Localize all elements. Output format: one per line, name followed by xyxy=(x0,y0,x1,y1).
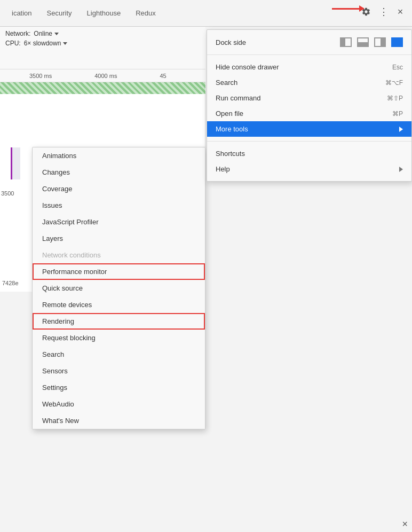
more-options-icon[interactable]: ⋮ xyxy=(376,4,391,19)
top-right-controls: ⋮ × xyxy=(359,4,408,19)
performance-toolbar: Network: Online CPU: 6× slowdown xyxy=(0,27,205,69)
menu-item-whats-new[interactable]: What's New xyxy=(33,412,205,429)
menu-item-layers[interactable]: Layers xyxy=(33,230,205,247)
network-dropdown[interactable]: Online xyxy=(34,30,59,37)
menu-item-js-profiler[interactable]: JavaScript Profiler xyxy=(33,214,205,230)
menu-item-request-blocking[interactable]: Request blocking xyxy=(33,330,205,346)
search-shortcut: ⌘⌥F xyxy=(385,79,403,87)
cpu-label: CPU: xyxy=(5,40,21,47)
menu-item-sensors[interactable]: Sensors xyxy=(33,363,205,379)
gear-help[interactable]: Help xyxy=(207,161,411,177)
dock-side-section: Dock side xyxy=(207,30,411,55)
dock-side-row: Dock side xyxy=(207,34,411,50)
timeline-green-stripe xyxy=(0,82,205,94)
timestamp-1: 3500 ms xyxy=(29,73,52,79)
menu-item-changes[interactable]: Changes xyxy=(33,164,205,181)
gear-shortcuts[interactable]: Shortcuts xyxy=(207,146,411,161)
run-command-shortcut: ⌘⇧P xyxy=(387,95,403,102)
menu-item-settings[interactable]: Settings xyxy=(33,379,205,396)
menu-item-performance-monitor[interactable]: Performance monitor xyxy=(33,263,205,280)
tab-security[interactable]: Security xyxy=(39,5,80,21)
timestamp-3: 45 xyxy=(160,73,166,79)
close-devtools-icon[interactable]: × xyxy=(393,4,408,19)
gear-open-file[interactable]: Open file ⌘P xyxy=(207,106,411,121)
more-tools-submenu: Animations Changes Coverage Issues JavaS… xyxy=(32,147,205,429)
gear-search[interactable]: Search ⌘⌥F xyxy=(207,75,411,90)
gear-hide-console[interactable]: Hide console drawer Esc xyxy=(207,59,411,75)
menu-item-search[interactable]: Search xyxy=(33,346,205,363)
dock-side-label: Dock side xyxy=(216,38,246,46)
menu-item-rendering[interactable]: Rendering xyxy=(33,313,205,330)
gear-menu-section-main: Hide console drawer Esc Search ⌘⌥F Run c… xyxy=(207,55,411,142)
gear-run-command[interactable]: Run command ⌘⇧P xyxy=(207,90,411,106)
hide-console-shortcut: Esc xyxy=(392,64,403,71)
more-tools-submenu-arrow xyxy=(399,127,403,132)
menu-item-quick-source[interactable]: Quick source xyxy=(33,280,205,296)
menu-item-issues[interactable]: Issues xyxy=(33,197,205,214)
cpu-dropdown[interactable]: 6× slowdown xyxy=(24,40,68,47)
dock-bottom-icon[interactable] xyxy=(357,37,369,47)
gear-icon-button[interactable] xyxy=(359,4,374,19)
gear-more-tools[interactable]: More tools xyxy=(207,121,411,137)
dock-right-icon[interactable] xyxy=(374,37,386,47)
menu-item-coverage[interactable]: Coverage xyxy=(33,181,205,197)
timeline-header-row: 3500 ms 4000 ms 45 xyxy=(0,69,205,82)
tab-lighthouse[interactable]: Lighthouse xyxy=(80,5,129,21)
ts-left-label: 3500 xyxy=(1,190,14,197)
menu-item-webaudio[interactable]: WebAudio xyxy=(33,396,205,412)
tab-application[interactable]: ication xyxy=(4,5,39,21)
purple-bar-indicator xyxy=(11,147,20,179)
gear-menu: Dock side Hide console drawer Esc xyxy=(207,29,412,182)
network-dropdown-arrow xyxy=(54,33,59,35)
menu-item-network-conditions[interactable]: Network conditions xyxy=(33,247,205,263)
cpu-dropdown-arrow xyxy=(63,42,67,45)
dock-icons-group xyxy=(340,37,403,47)
open-file-shortcut: ⌘P xyxy=(392,110,403,118)
tab-bar: ication Security Lighthouse Redux ⋮ × xyxy=(0,0,412,27)
help-submenu-arrow xyxy=(399,167,403,172)
cpu-row: CPU: 6× slowdown xyxy=(5,40,200,47)
dock-separate-icon[interactable] xyxy=(391,37,403,47)
gear-menu-section-secondary: Shortcuts Help xyxy=(207,142,411,181)
timestamp-2: 4000 ms xyxy=(94,73,117,79)
dock-left-icon[interactable] xyxy=(340,37,352,47)
menu-item-animations[interactable]: Animations xyxy=(33,147,205,164)
network-label: Network: xyxy=(5,30,30,37)
menu-item-remote-devices[interactable]: Remote devices xyxy=(33,296,205,313)
network-row: Network: Online xyxy=(5,30,200,37)
close-bottom-button[interactable]: × xyxy=(402,519,408,530)
hex-value-label: 7428e xyxy=(2,280,19,286)
tab-redux[interactable]: Redux xyxy=(128,5,163,21)
